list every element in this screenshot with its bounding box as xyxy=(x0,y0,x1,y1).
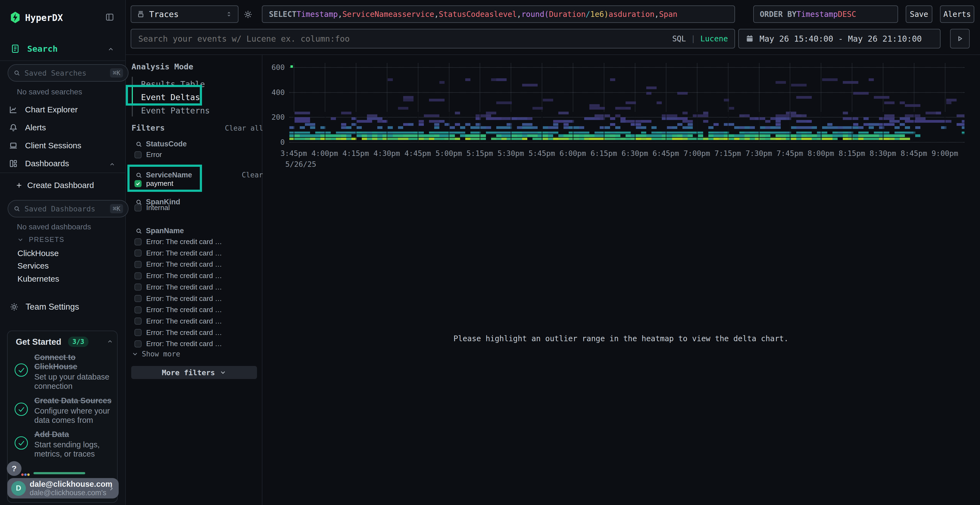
task-desc: Set up your database connection xyxy=(34,372,119,391)
filter-option-row[interactable]: Error: The credit card … xyxy=(134,272,222,280)
checkbox-unchecked[interactable] xyxy=(134,306,142,313)
sidebar: HyperDX Search ⌘K No saved searches xyxy=(0,0,126,505)
chevron-up-icon[interactable] xyxy=(107,46,115,53)
run-query-button[interactable] xyxy=(950,29,970,48)
mode-event-deltas[interactable]: Event Deltas xyxy=(141,92,200,102)
filter-option-internal[interactable]: Internal xyxy=(134,203,170,212)
y-tick-label: 200 xyxy=(260,113,285,121)
saved-searches-input[interactable]: ⌘K xyxy=(8,64,129,82)
clear-all-link[interactable]: Clear all xyxy=(225,124,263,132)
sidebar-item-label: Alerts xyxy=(25,123,46,132)
saved-dashboards-input[interactable]: ⌘K xyxy=(8,200,129,218)
chart-icon xyxy=(9,105,18,114)
preset-kubernetes[interactable]: Kubernetes xyxy=(18,274,59,284)
filter-option-row[interactable]: Error: The credit card … xyxy=(134,249,222,257)
get-started-card: Get Started 3/3 Connect to ClickHouse Se… xyxy=(7,330,118,503)
checkbox-unchecked[interactable] xyxy=(134,151,142,158)
get-started-item[interactable]: Add Data Start sending logs, metrics, or… xyxy=(34,430,115,459)
source-select[interactable]: Traces xyxy=(130,5,239,23)
sidebar-item-alerts[interactable]: Alerts xyxy=(9,123,46,132)
x-tick-label: 5:15pm xyxy=(466,149,493,157)
filter-option-row[interactable]: Error: The credit card … xyxy=(134,238,222,246)
filter-option-label: Error: The credit card … xyxy=(146,238,222,246)
get-started-item[interactable]: Create Data Sources Configure where your… xyxy=(34,396,115,425)
x-tick-label: 5:30pm xyxy=(498,149,524,157)
filter-option-row[interactable]: Error: The credit card … xyxy=(134,294,222,303)
checkbox-unchecked[interactable] xyxy=(134,261,142,268)
sidebar-item-dashboards[interactable]: Dashboards xyxy=(9,159,69,168)
create-dashboard-button[interactable]: Create Dashboard xyxy=(15,181,94,190)
user-subtitle: dale@clickhouse.com's xyxy=(30,489,108,497)
saved-dashboards-field[interactable] xyxy=(24,204,107,213)
filter-option-error[interactable]: Error xyxy=(134,151,162,159)
chevron-up-icon[interactable] xyxy=(106,338,114,345)
event-search-input[interactable] xyxy=(138,34,672,44)
mode-results-table[interactable]: Results Table xyxy=(141,79,205,89)
user-menu-chip[interactable]: D dale@clickhouse.com dale@clickhouse.co… xyxy=(7,478,119,499)
alerts-button[interactable]: Alerts xyxy=(940,5,974,23)
checkbox-unchecked[interactable] xyxy=(134,249,142,257)
search-icon[interactable] xyxy=(135,140,143,148)
source-settings-gear-icon[interactable] xyxy=(243,10,253,19)
event-search-bar[interactable]: SQL | Lucene xyxy=(130,29,735,48)
hidden-task-peek xyxy=(21,472,111,478)
lucene-mode-toggle[interactable]: Lucene xyxy=(700,34,728,43)
preset-clickhouse[interactable]: ClickHouse xyxy=(18,249,59,258)
search-icon xyxy=(13,69,21,77)
source-select-value: Traces xyxy=(149,10,221,19)
sql-select-editor[interactable]: SELECT Timestamp, ServiceName as service… xyxy=(262,5,735,23)
filter-option-row[interactable]: Error: The credit card … xyxy=(134,329,222,337)
show-more-link[interactable]: Show more xyxy=(132,350,180,358)
x-tick-label: 6:15pm xyxy=(590,149,617,157)
order-by-editor[interactable]: ORDER BY Timestamp DESC xyxy=(753,5,898,23)
filter-option-row[interactable]: Error: The credit card … xyxy=(134,306,222,314)
dashboard-grid-icon xyxy=(9,159,18,168)
chevron-up-icon[interactable] xyxy=(108,161,116,168)
filter-option-label: Error: The credit card … xyxy=(146,329,222,337)
filter-option-row[interactable]: Error: The credit card … xyxy=(134,340,222,348)
filter-option-row[interactable]: Error: The credit card … xyxy=(134,260,222,268)
divider xyxy=(0,60,125,61)
sql-mode-toggle[interactable]: SQL xyxy=(672,34,686,43)
sidebar-collapse-icon[interactable] xyxy=(105,13,115,22)
sidebar-item-label: Search xyxy=(27,44,58,54)
checkbox-unchecked[interactable] xyxy=(134,284,142,291)
help-button[interactable]: ? xyxy=(7,461,22,476)
checkbox-unchecked[interactable] xyxy=(134,204,142,211)
sidebar-item-chart-explorer[interactable]: Chart Explorer xyxy=(9,105,78,114)
search-icon[interactable] xyxy=(135,172,143,179)
checkbox-unchecked[interactable] xyxy=(134,295,142,302)
filter-option-payment[interactable]: payment xyxy=(134,179,173,188)
sidebar-item-label: Chart Explorer xyxy=(25,105,78,114)
get-started-item[interactable]: Connect to ClickHouse Set up your databa… xyxy=(34,353,115,391)
search-icon[interactable] xyxy=(135,227,143,235)
time-range-picker[interactable]: May 26 15:40:00 - May 26 21:10:00 xyxy=(738,29,940,48)
filter-group-name: SpanName xyxy=(146,227,184,235)
checkbox-unchecked[interactable] xyxy=(134,340,142,348)
filter-option-row[interactable]: Error: The credit card … xyxy=(134,283,222,291)
mode-event-patterns[interactable]: Event Patterns xyxy=(141,106,210,115)
task-title: Create Data Sources xyxy=(34,396,115,405)
saved-searches-field[interactable] xyxy=(24,68,107,78)
filter-option-row[interactable]: Error: The credit card … xyxy=(134,317,222,326)
gear-icon xyxy=(9,302,19,312)
preset-services[interactable]: Services xyxy=(18,261,49,270)
checkbox-checked[interactable] xyxy=(134,180,142,187)
clear-servicename-link[interactable]: Clear xyxy=(242,171,263,179)
checkbox-unchecked[interactable] xyxy=(134,329,142,336)
duration-heatmap-canvas[interactable] xyxy=(290,63,964,142)
checkbox-unchecked[interactable] xyxy=(134,272,142,279)
more-filters-label: More filters xyxy=(162,368,215,377)
no-saved-dashboards-text: No saved dashboards xyxy=(17,222,91,231)
sidebar-item-team-settings[interactable]: Team Settings xyxy=(9,302,79,312)
checkbox-unchecked[interactable] xyxy=(134,318,142,325)
checkbox-unchecked[interactable] xyxy=(134,238,142,245)
more-filters-button[interactable]: More filters xyxy=(131,366,257,379)
filter-group-spanname: SpanName xyxy=(135,227,184,235)
sidebar-item-search[interactable]: Search xyxy=(10,43,58,54)
x-axis-date-label: 5/26/25 xyxy=(285,160,316,168)
presets-toggle[interactable]: PRESETS xyxy=(17,236,65,243)
save-button[interactable]: Save xyxy=(906,5,932,23)
sidebar-item-client-sessions[interactable]: Client Sessions xyxy=(9,141,81,150)
hyperdx-logo-icon xyxy=(10,11,20,24)
